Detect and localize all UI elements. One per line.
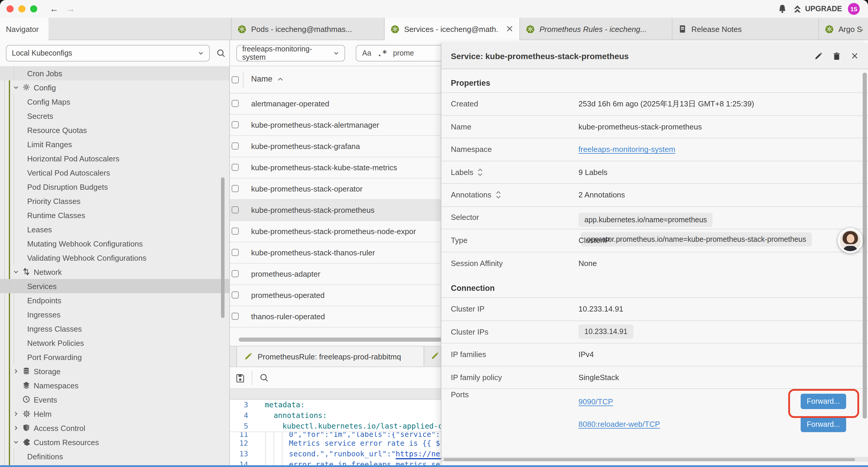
row-checkbox[interactable]	[231, 121, 239, 128]
sidebar-item-access-control[interactable]: Access Control	[0, 421, 229, 435]
avatar[interactable]	[838, 228, 863, 253]
row-checkbox[interactable]	[231, 291, 239, 298]
chevron-down-icon[interactable]	[13, 85, 19, 90]
chevron-right-icon[interactable]	[13, 425, 19, 431]
column-header-name[interactable]: Name	[251, 75, 284, 83]
sidebar-item-port-forwarding[interactable]: Port Forwarding	[0, 350, 229, 364]
port-link[interactable]: 9090/TCP	[579, 397, 613, 406]
detail-row-session-affinity: Session AffinityNone	[441, 252, 868, 274]
sidebar-item-label: Config	[34, 83, 56, 92]
save-icon[interactable]	[236, 373, 245, 382]
service-name: kube-prometheus-stack-alertmanager	[251, 121, 379, 129]
sidebar-item-helm[interactable]: Helm	[0, 407, 229, 421]
sidebar-item-label: Storage	[34, 367, 61, 376]
sidebar-item-horizontal-pod-autoscalers[interactable]: Horizontal Pod Autoscalers	[0, 151, 229, 166]
tab-argo-se[interactable]: Argo Se	[819, 18, 868, 40]
code-text: metadata:	[265, 400, 305, 410]
trash-icon[interactable]	[833, 52, 841, 60]
row-checkbox[interactable]	[231, 143, 239, 150]
sidebar-item-events[interactable]: Events	[0, 392, 229, 407]
sidebar-item-config-maps[interactable]: Config Maps	[0, 95, 229, 109]
port-link[interactable]: 8080:reloader-web/TCP	[579, 420, 660, 429]
tab-release-notes[interactable]: Release Notes	[673, 18, 819, 40]
sidebar-item-vertical-pod-autoscalers[interactable]: Vertical Pod Autoscalers	[0, 166, 229, 180]
chevron-down-icon[interactable]	[13, 439, 19, 445]
editor-tab-title: PrometheusRule: freeleaps-prod-rabbitmq	[258, 352, 401, 361]
search-icon[interactable]	[259, 373, 269, 382]
detail-label: IP family policy	[451, 373, 502, 382]
forward-button[interactable]: Forward...	[801, 416, 846, 432]
sidebar-item-config[interactable]: Config	[0, 80, 229, 95]
sidebar-item-services[interactable]: Services	[0, 279, 229, 293]
code-text: kubectl.kubernetes.io/last-applied-co	[282, 421, 447, 432]
forward-icon[interactable]: →	[66, 2, 75, 16]
sidebar-item-endpoints[interactable]: Endpoints	[0, 293, 229, 308]
bell-icon[interactable]	[778, 4, 787, 13]
panel-vertical-scrollbar[interactable]	[863, 73, 867, 418]
value-badge: 10.233.14.91	[579, 325, 633, 339]
line-number: 11	[230, 432, 248, 438]
tab-services-icecheng-math[interactable]: Services - icecheng@math...	[385, 18, 520, 40]
code-link[interactable]: https://net	[396, 449, 445, 458]
chevron-right-icon[interactable]	[13, 411, 19, 417]
pencil-icon[interactable]	[814, 52, 823, 60]
sidebar-item-resource-quotas[interactable]: Resource Quotas	[0, 123, 229, 137]
sidebar-item-network[interactable]: Network	[0, 265, 229, 279]
navigator-panel-tab[interactable]: Navigator	[0, 18, 49, 40]
chevron-right-icon[interactable]	[13, 368, 19, 374]
divider	[243, 72, 243, 87]
kubeconfig-selector[interactable]: Local Kubeconfigs	[6, 45, 210, 61]
sidebar-item-definitions[interactable]: Definitions	[0, 449, 229, 463]
sidebar-item-ingresses[interactable]: Ingresses	[0, 308, 229, 322]
sidebar-item-limit-ranges[interactable]: Limit Ranges	[0, 137, 229, 151]
pencil-icon[interactable]	[431, 352, 439, 360]
match-case-toggle[interactable]: Aa	[362, 49, 371, 57]
search-icon[interactable]	[216, 49, 226, 58]
sidebar-item-custom-resources[interactable]: Custom Resources	[0, 435, 229, 449]
sidebar-item-network-policies[interactable]: Network Policies	[0, 336, 229, 350]
forward-button[interactable]: Forward...	[801, 394, 846, 409]
detail-value: 253d 16h 6m ago (2025年1月13日 GMT+8 1:25:3…	[579, 99, 850, 109]
close-tab-icon[interactable]	[506, 25, 514, 34]
sidebar-item-ingress-classes[interactable]: Ingress Classes	[0, 322, 229, 336]
select-all-checkbox[interactable]	[231, 76, 239, 83]
sidebar-item-runtime-classes[interactable]: Runtime Classes	[0, 208, 229, 222]
maximize-window-button[interactable]	[30, 5, 37, 12]
row-checkbox[interactable]	[231, 206, 239, 213]
namespace-filter-dropdown[interactable]: freeleaps-monitoring-system	[236, 45, 345, 61]
section-title: Properties	[441, 69, 868, 92]
panel-horizontal-scrollbar[interactable]	[441, 457, 868, 462]
sidebar-item-priority-classes[interactable]: Priority Classes	[0, 194, 229, 208]
service-name: kube-prometheus-stack-grafana	[251, 142, 360, 151]
close-icon[interactable]	[851, 52, 859, 60]
sidebar-item-leases[interactable]: Leases	[0, 222, 229, 236]
window-titlebar: ← → UPGRADE 15	[0, 0, 868, 18]
row-checkbox[interactable]	[231, 228, 239, 235]
sidebar-item-cron-jobs[interactable]: Cron Jobs	[0, 66, 229, 80]
namespace-link[interactable]: freeleaps-monitoring-system	[579, 145, 675, 154]
sidebar-item-storage[interactable]: Storage	[0, 364, 229, 378]
tab-prometheus-rules-icecheng[interactable]: Prometheus Rules - icecheng...	[520, 18, 673, 40]
detail-row-created: Created253d 16h 6m ago (2025年1月13日 GMT+8…	[441, 92, 868, 115]
minimize-window-button[interactable]	[18, 5, 25, 12]
row-checkbox[interactable]	[231, 185, 239, 192]
tree-scrollbar[interactable]	[221, 177, 224, 318]
row-checkbox[interactable]	[231, 270, 239, 277]
editor-tab-prometheusrule[interactable]: PrometheusRule: freeleaps-prod-rabbitmq	[236, 346, 424, 367]
notification-count-badge[interactable]: 15	[848, 3, 860, 15]
back-icon[interactable]: ←	[50, 2, 59, 16]
row-checkbox[interactable]	[231, 100, 239, 107]
sidebar-item-namespaces[interactable]: Namespaces	[0, 378, 229, 392]
close-window-button[interactable]	[6, 5, 13, 12]
sidebar-item-pod-disruption-budgets[interactable]: Pod Disruption Budgets	[0, 180, 229, 194]
tab-pods-icecheng-mathmas[interactable]: Pods - icecheng@mathmas...	[231, 18, 385, 40]
sidebar-item-validating-webhook-configurations[interactable]: Validating Webhook Configurations	[0, 251, 229, 265]
row-checkbox[interactable]	[231, 313, 239, 320]
row-checkbox[interactable]	[231, 249, 239, 256]
sidebar-item-secrets[interactable]: Secrets	[0, 109, 229, 123]
sidebar-item-mutating-webhook-configurations[interactable]: Mutating Webhook Configurations	[0, 236, 229, 251]
upgrade-button[interactable]: UPGRADE	[793, 4, 842, 13]
row-checkbox[interactable]	[231, 164, 239, 171]
regex-toggle-icon[interactable]: .*	[377, 49, 387, 58]
chevron-down-icon[interactable]	[13, 269, 19, 275]
